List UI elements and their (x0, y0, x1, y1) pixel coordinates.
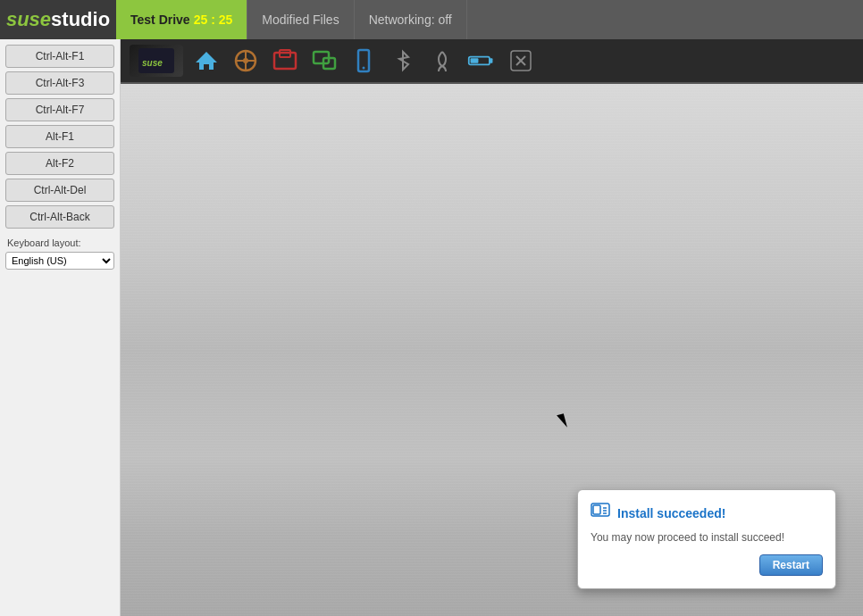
notification-icon (591, 503, 610, 523)
display-icon[interactable] (230, 45, 262, 77)
tab-modifiedfiles[interactable]: Modified Files (247, 0, 354, 39)
mobile-icon[interactable] (348, 45, 380, 77)
bluetooth-icon[interactable] (387, 45, 419, 77)
vm-close-icon[interactable] (505, 45, 537, 77)
window-icon[interactable] (269, 45, 301, 77)
logo-area: susestudio (0, 0, 116, 39)
svg-rect-14 (471, 58, 479, 62)
ctrl-alt-f1-button[interactable]: Ctrl-Alt-F1 (5, 45, 114, 68)
keyboard-layout-select[interactable]: English (US) German French Spanish (5, 252, 114, 270)
notification-popup: Install succeeded! You may now proceed t… (577, 489, 836, 589)
mouse-cursor (557, 413, 567, 429)
svg-text:suse: suse (142, 58, 163, 68)
ctrl-alt-back-button[interactable]: Ctrl-Alt-Back (5, 205, 114, 229)
tab-networking[interactable]: Networking: off (355, 0, 467, 39)
notification-body: You may now proceed to install succeed! (591, 530, 823, 545)
usb-icon[interactable] (426, 45, 458, 77)
notification-footer: Restart (591, 554, 823, 576)
svg-rect-20 (593, 505, 600, 514)
svg-marker-2 (196, 52, 217, 70)
main-layout: Ctrl-Alt-F1 Ctrl-Alt-F3 Ctrl-Alt-F7 Alt-… (0, 39, 863, 616)
content-area: suse (121, 39, 863, 616)
tab-testdrive[interactable]: Test Drive 25 : 25 (116, 0, 247, 39)
vm-screen[interactable]: Install succeeded! You may now proceed t… (121, 84, 863, 616)
vm-toolbar: suse (121, 39, 863, 84)
top-bar: susestudio Test Drive 25 : 25 Modified F… (0, 0, 863, 39)
tab-testdrive-label: Test Drive (130, 12, 190, 27)
battery-icon[interactable] (465, 45, 498, 77)
vm-logo-box: suse (130, 45, 183, 77)
tab-networking-label: Networking: off (369, 12, 452, 27)
notification-header: Install succeeded! (591, 503, 823, 523)
alt-f1-button[interactable]: Alt-F1 (5, 125, 114, 148)
ctrl-alt-f3-button[interactable]: Ctrl-Alt-F3 (5, 71, 114, 95)
tab-testdrive-timer: 25 : 25 (194, 12, 233, 27)
svg-point-6 (243, 58, 248, 63)
sidebar: Ctrl-Alt-F1 Ctrl-Alt-F3 Ctrl-Alt-F7 Alt-… (0, 39, 121, 616)
ctrl-alt-f7-button[interactable]: Ctrl-Alt-F7 (5, 98, 114, 121)
logo-logo: susestudio (6, 8, 110, 31)
home-icon[interactable] (190, 45, 222, 77)
keyboard-layout-label: Keyboard layout: (5, 237, 114, 248)
ctrl-alt-del-button[interactable]: Ctrl-Alt-Del (5, 179, 114, 202)
alt-f2-button[interactable]: Alt-F2 (5, 152, 114, 175)
svg-point-12 (363, 67, 365, 70)
svg-rect-7 (274, 53, 296, 69)
svg-rect-15 (490, 58, 493, 62)
notification-title: Install succeeded! (617, 506, 725, 520)
tab-modifiedfiles-label: Modified Files (262, 12, 339, 27)
restart-button[interactable]: Restart (759, 554, 823, 576)
monitor-icon[interactable] (308, 45, 340, 77)
